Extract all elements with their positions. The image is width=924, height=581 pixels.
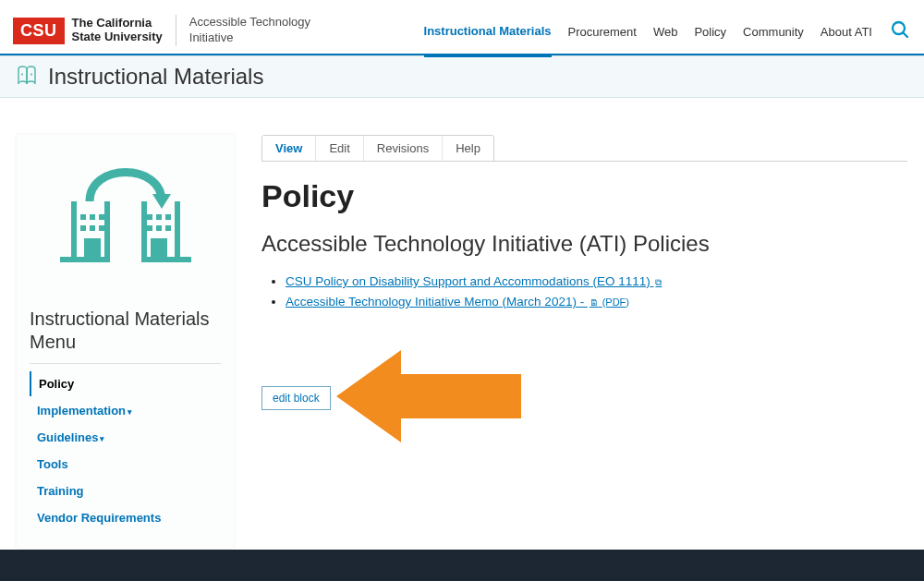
- annotation-arrow-icon: [336, 350, 521, 446]
- svg-rect-22: [165, 225, 171, 231]
- svg-rect-11: [99, 225, 104, 231]
- org-line2: State University: [72, 30, 163, 44]
- csu-name: The California State University: [72, 17, 163, 44]
- svg-rect-8: [99, 214, 104, 220]
- nav-about-ati[interactable]: About ATI: [821, 6, 872, 55]
- svg-rect-16: [141, 257, 180, 262]
- section-heading: Accessible Technology Initiative (ATI) P…: [261, 231, 907, 257]
- initiative-name[interactable]: Accessible Technology Initiative: [189, 15, 310, 46]
- sidebar-item-vendor-requirements[interactable]: Vendor Requirements: [30, 505, 221, 530]
- nav-instructional-materials[interactable]: Instructional Materials: [424, 6, 552, 57]
- header-left: CSU The California State University Acce…: [13, 15, 310, 46]
- site-footer: [0, 550, 924, 581]
- nav-policy[interactable]: Policy: [694, 6, 726, 55]
- csu-badge: CSU: [13, 18, 65, 44]
- svg-rect-12: [84, 238, 101, 257]
- sidebar-item-training[interactable]: Training: [30, 478, 221, 503]
- svg-rect-24: [175, 201, 180, 262]
- pdf-tag: (PDF): [602, 297, 629, 308]
- svg-point-3: [30, 74, 32, 76]
- content-tabs: View Edit Revisions Help: [261, 135, 494, 162]
- svg-rect-7: [90, 214, 95, 220]
- instructional-materials-icon: [15, 64, 39, 90]
- svg-rect-10: [90, 225, 95, 231]
- policy-link-memo-2021[interactable]: Accessible Technology Initiative Memo (M…: [286, 295, 629, 309]
- initiative-line1: Accessible Technology: [189, 15, 310, 30]
- logo-divider: [176, 15, 176, 46]
- file-icon: 🗎: [590, 297, 599, 308]
- svg-rect-5: [71, 257, 110, 262]
- svg-marker-27: [336, 350, 521, 442]
- sidebar-item-tools[interactable]: Tools: [30, 452, 221, 477]
- sidebar: Instructional Materials Menu Policy Impl…: [17, 135, 234, 549]
- tab-edit[interactable]: Edit: [315, 136, 362, 161]
- page-title: Instructional Materials: [48, 64, 263, 90]
- chevron-down-icon: ▾: [100, 434, 104, 443]
- svg-rect-6: [80, 214, 86, 220]
- svg-rect-17: [147, 214, 152, 220]
- policy-list: CSU Policy on Disability Support and Acc…: [261, 272, 907, 311]
- site-header: CSU The California State University Acce…: [0, 0, 924, 55]
- tab-underline: [261, 161, 907, 162]
- policy-list-item: Accessible Technology Initiative Memo (M…: [286, 292, 907, 312]
- tab-revisions[interactable]: Revisions: [363, 136, 442, 161]
- sidebar-item-policy[interactable]: Policy: [30, 371, 221, 396]
- svg-rect-9: [80, 225, 86, 231]
- sidebar-menu: Policy Implementation▾ Guidelines▾ Tools…: [30, 371, 221, 530]
- tab-help[interactable]: Help: [442, 136, 493, 161]
- page-title-bar: Instructional Materials: [0, 55, 924, 98]
- sidebar-illustration: [30, 148, 221, 308]
- link-text: CSU Policy on Disability Support and Acc…: [286, 274, 650, 288]
- svg-line-1: [903, 32, 907, 37]
- policy-list-item: CSU Policy on Disability Support and Acc…: [286, 272, 907, 292]
- svg-rect-15: [141, 201, 147, 262]
- org-line1: The California: [72, 17, 163, 30]
- tab-view[interactable]: View: [262, 136, 315, 161]
- sidebar-item-label: Implementation: [37, 404, 126, 418]
- svg-rect-25: [178, 257, 191, 262]
- initiative-line2: Initiative: [189, 30, 310, 46]
- search-icon[interactable]: [889, 18, 911, 43]
- sidebar-item-label: Policy: [31, 371, 221, 396]
- csu-logo[interactable]: CSU The California State University: [13, 17, 163, 44]
- chevron-down-icon: ▾: [128, 407, 132, 417]
- sidebar-item-label: Tools: [30, 452, 221, 477]
- svg-rect-20: [147, 225, 152, 231]
- policy-link-eo1111[interactable]: CSU Policy on Disability Support and Acc…: [286, 274, 662, 288]
- sidebar-item-label: Training: [30, 478, 221, 503]
- link-text: Accessible Technology Initiative Memo (M…: [286, 295, 588, 309]
- svg-rect-18: [156, 214, 162, 220]
- svg-rect-13: [104, 201, 110, 262]
- nav-procurement[interactable]: Procurement: [568, 6, 637, 55]
- edit-block-row: edit block: [261, 350, 907, 446]
- content-heading: Policy: [261, 178, 907, 214]
- sidebar-menu-title: Instructional Materials Menu: [30, 308, 221, 364]
- svg-marker-26: [152, 194, 171, 209]
- sidebar-item-label: Vendor Requirements: [30, 505, 221, 530]
- external-link-icon: ⧉: [655, 277, 662, 287]
- sidebar-item-implementation[interactable]: Implementation▾: [30, 398, 221, 423]
- main-content-wrap: Instructional Materials Menu Policy Impl…: [0, 98, 924, 581]
- svg-rect-23: [151, 238, 167, 257]
- svg-rect-4: [71, 201, 77, 262]
- sidebar-item-guidelines[interactable]: Guidelines▾: [30, 425, 221, 450]
- svg-rect-14: [60, 257, 73, 262]
- edit-block-button[interactable]: edit block: [261, 386, 331, 410]
- content-area: View Edit Revisions Help Policy Accessib…: [261, 135, 907, 446]
- sidebar-item-label: Guidelines: [37, 430, 98, 444]
- svg-point-2: [21, 74, 23, 76]
- svg-rect-19: [165, 214, 171, 220]
- nav-community[interactable]: Community: [743, 6, 804, 55]
- svg-rect-21: [156, 225, 162, 231]
- top-nav: Instructional Materials Procurement Web …: [424, 6, 911, 55]
- nav-web[interactable]: Web: [653, 6, 678, 55]
